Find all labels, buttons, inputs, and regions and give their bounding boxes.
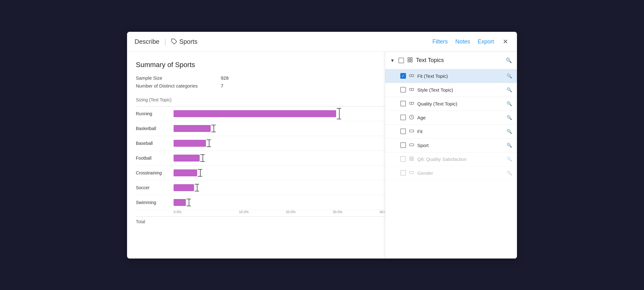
row-label: Crosstraining — [136, 170, 174, 175]
header-right: Filters Notes Export ✕ — [432, 37, 509, 47]
svg-rect-1 — [408, 58, 409, 59]
svg-rect-7 — [412, 157, 414, 158]
item-type-icon — [409, 156, 414, 162]
row-label: Swimming — [136, 200, 174, 205]
x-tick: 30.0% — [314, 210, 361, 216]
panel-item[interactable]: Fit 🔍 — [385, 125, 517, 139]
item-label: Quality (Text Topic) — [417, 101, 507, 106]
item-label: Sport — [417, 143, 507, 148]
bar — [174, 125, 211, 132]
svg-rect-9 — [412, 159, 414, 161]
item-checkbox[interactable] — [400, 73, 406, 79]
panel-item[interactable]: Age 🔍 — [385, 111, 517, 125]
panel-all-checkbox[interactable] — [398, 58, 404, 63]
svg-rect-2 — [410, 58, 412, 59]
svg-rect-8 — [410, 159, 411, 161]
stat-label-sample: Sample Size — [136, 75, 208, 81]
error-bar — [200, 154, 205, 162]
error-bar — [211, 125, 216, 132]
item-checkbox — [400, 156, 406, 162]
item-type-icon — [409, 170, 414, 176]
right-panel: ▼ Text Topics 🔍 Fit (Text Topic) 🔍 Style… — [385, 52, 517, 259]
item-type-icon — [409, 73, 414, 79]
bar — [174, 169, 197, 176]
row-label: Running — [136, 111, 174, 116]
panel-item[interactable]: Style (Text Topic) 🔍 — [385, 83, 517, 97]
item-checkbox[interactable] — [400, 142, 406, 148]
describe-label: Describe — [135, 38, 159, 45]
item-search-icon[interactable]: 🔍 — [507, 87, 512, 92]
error-bar — [337, 108, 342, 119]
row-label: Soccer — [136, 185, 174, 190]
error-bar — [198, 169, 203, 177]
item-label: Fit (Text Topic) — [417, 73, 507, 79]
item-checkbox[interactable] — [400, 115, 406, 120]
bar — [174, 110, 336, 117]
chevron-down-icon[interactable]: ▼ — [390, 58, 395, 63]
x-tick: 10.0% — [220, 210, 267, 216]
error-bar — [195, 184, 200, 191]
item-type-icon — [409, 128, 414, 134]
tag-icon — [171, 38, 177, 45]
panel-item[interactable]: Quality (Text Topic) 🔍 — [385, 97, 517, 111]
item-checkbox — [400, 170, 406, 176]
item-checkbox[interactable] — [400, 128, 406, 134]
item-type-icon — [409, 115, 414, 121]
content-area: Summary of Sports Sample Size 928 Number… — [127, 52, 517, 229]
bar — [174, 184, 194, 191]
panel-item[interactable]: Sport 🔍 — [385, 139, 517, 152]
item-label: Gender — [417, 170, 507, 176]
item-label: Q8: Quality Satisfaction — [417, 156, 507, 162]
item-checkbox[interactable] — [400, 101, 406, 106]
item-type-icon — [409, 87, 414, 93]
main-window: Describe | Sports Filters Notes Export ✕… — [127, 32, 517, 259]
item-type-icon — [409, 142, 414, 148]
item-search-icon[interactable]: 🔍 — [507, 143, 512, 148]
dataset-icon-label: Sports — [171, 38, 197, 45]
bar — [174, 140, 206, 147]
item-type-icon — [409, 101, 414, 107]
notes-button[interactable]: Notes — [455, 38, 470, 45]
panel-item: Q8: Quality Satisfaction 🔍 — [385, 152, 517, 166]
header-left: Describe | Sports — [135, 38, 432, 45]
item-search-icon[interactable]: 🔍 — [507, 101, 512, 106]
item-label: Fit — [417, 129, 507, 134]
filters-button[interactable]: Filters — [432, 38, 448, 45]
item-search-icon[interactable]: 🔍 — [507, 129, 512, 134]
item-search-icon: 🔍 — [507, 156, 512, 162]
header: Describe | Sports Filters Notes Export ✕ — [127, 32, 517, 52]
panel-items-list: Fit (Text Topic) 🔍 Style (Text Topic) 🔍 … — [385, 69, 517, 180]
item-checkbox[interactable] — [400, 87, 406, 93]
item-search-icon[interactable]: 🔍 — [507, 73, 512, 78]
error-bar — [186, 199, 192, 206]
separator: | — [164, 38, 166, 45]
svg-rect-4 — [410, 60, 412, 62]
item-search-icon: 🔍 — [507, 170, 512, 175]
stat-value-sample: 928 — [221, 75, 229, 81]
stat-value-distinct: 7 — [221, 83, 223, 88]
panel-item[interactable]: Fit (Text Topic) 🔍 — [385, 69, 517, 83]
x-tick: 0.0% — [174, 210, 220, 216]
panel-search-icon[interactable]: 🔍 — [506, 57, 512, 63]
total-label: Total — [136, 219, 174, 224]
row-label: Basketball — [136, 126, 174, 131]
panel-grid-icon — [407, 57, 413, 64]
x-tick: 20.0% — [267, 210, 314, 216]
svg-rect-3 — [408, 60, 409, 62]
item-label: Age — [417, 115, 507, 120]
close-button[interactable]: ✕ — [502, 37, 509, 47]
bar — [174, 155, 200, 162]
stat-label-distinct: Number of Distinct categories — [136, 83, 208, 88]
item-search-icon[interactable]: 🔍 — [507, 115, 512, 120]
panel-header: ▼ Text Topics 🔍 — [385, 52, 517, 69]
bar — [174, 199, 186, 206]
export-button[interactable]: Export — [478, 38, 494, 45]
dataset-name: Sports — [179, 38, 197, 45]
row-label: Baseball — [136, 141, 174, 146]
svg-rect-6 — [410, 157, 411, 158]
item-label: Style (Text Topic) — [417, 87, 507, 93]
row-label: Football — [136, 156, 174, 161]
panel-item: Gender 🔍 — [385, 166, 517, 180]
error-bar — [207, 139, 212, 147]
panel-title: Text Topics — [416, 57, 506, 64]
